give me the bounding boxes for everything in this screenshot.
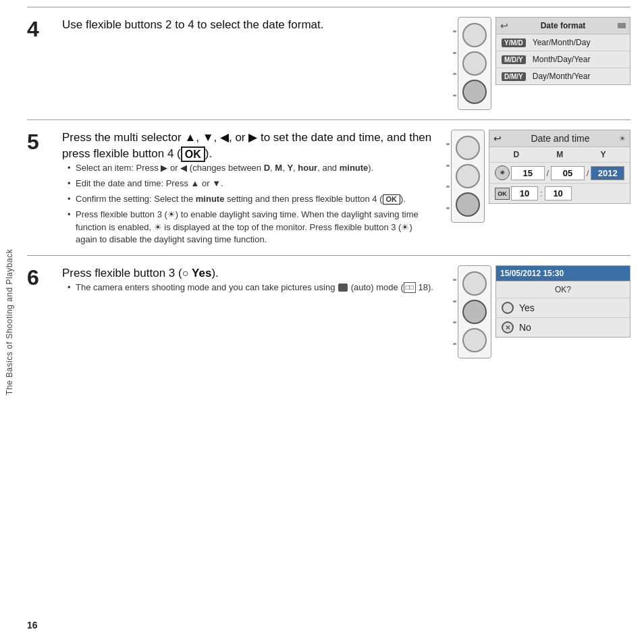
yes-circle-icon: [502, 302, 514, 314]
year-value: 2012: [591, 166, 624, 180]
datetime-title: Date and time: [531, 133, 589, 144]
main-content: 4 Use flexible buttons 2 to 4 to select …: [27, 7, 630, 617]
cam-round-btn-5-2: [456, 164, 480, 188]
bullet-5-1: Select an item: Press ▶ or ◀ (changes be…: [68, 162, 435, 174]
section-4: 4 Use flexible buttons 2 to 4 to select …: [27, 7, 630, 119]
cam-side-lines-6: [453, 265, 456, 358]
tag-mdy: M/D/Y: [502, 55, 526, 64]
ok-box-5: OK: [181, 146, 205, 162]
cam-round-btn-6-3: [462, 328, 487, 352]
date-value-row: ☀ 15 / 05 / 2012: [489, 163, 630, 184]
section-4-number: 4: [27, 18, 51, 40]
date-option-mdy: M/D/Y Month/Day/Year: [496, 51, 630, 68]
confirm-screen: 15/05/2012 15:30 OK? Yes ✕ No: [495, 265, 630, 338]
section-5-title: Press the multi selector ▲, ▼, ◀, or ▶ t…: [62, 130, 435, 162]
bullet-list-5: Select an item: Press ▶ or ◀ (changes be…: [62, 162, 435, 246]
tag-ymd: Y/M/D: [502, 38, 526, 47]
screen-header-4: ↩ Date format: [496, 18, 630, 34]
camera-device-5: [446, 130, 485, 223]
side-line: [453, 300, 456, 302]
month-value: 05: [551, 166, 585, 180]
cam-side-lines-4: [453, 17, 456, 110]
bullet-5-2: Edit the date and time: Press ▲ or ▼.: [68, 178, 435, 190]
date-format-title: Date format: [541, 21, 586, 30]
bullet-6-1: The camera enters shooting mode and you …: [68, 281, 442, 294]
day-value: 15: [511, 166, 545, 180]
hour-value: 10: [511, 186, 538, 200]
no-label: No: [519, 322, 531, 333]
bullet-list-6: The camera enters shooting mode and you …: [62, 281, 442, 294]
side-line: [453, 52, 456, 54]
section-5-right: ↩ Date and time ☀ D M Y ☀ 15 /: [446, 130, 630, 223]
label-ymd: Year/Month/Day: [533, 38, 591, 47]
side-line: [446, 207, 450, 209]
section-4-title: Use flexible buttons 2 to 4 to select th…: [62, 17, 442, 33]
cam-round-btn-5-1: [456, 136, 480, 160]
section-6-left: Press flexible button 3 (○ Yes). The cam…: [62, 265, 442, 294]
section-6: 6 Press flexible button 3 (○ Yes). The c…: [27, 255, 630, 368]
m-label: M: [556, 150, 563, 159]
cam-side-lines-5: [446, 130, 450, 223]
section-5-left: Press the multi selector ▲, ▼, ◀, or ▶ t…: [62, 130, 435, 246]
cam-round-btn-3: [462, 80, 487, 104]
side-line: [453, 321, 456, 323]
dst-button-left[interactable]: ☀: [495, 165, 510, 180]
ref-box: □□: [404, 282, 416, 293]
cam-round-btn-1: [462, 23, 487, 47]
section-6-right: 15/05/2012 15:30 OK? Yes ✕ No: [453, 265, 630, 358]
section-4-left: Use flexible buttons 2 to 4 to select th…: [62, 17, 442, 33]
d-label: D: [514, 150, 520, 159]
date-option-ymd: Y/M/D Year/Month/Day: [496, 34, 630, 51]
label-dmy: Day/Month/Year: [533, 72, 591, 81]
mini-icon: [618, 23, 626, 28]
back-arrow-icon: ↩: [500, 20, 508, 31]
sidebar: The Basics of Shooting and Playback: [0, 0, 19, 644]
confirm-no-option: ✕ No: [496, 318, 630, 337]
cam-buttons-col-5: [451, 130, 485, 223]
dmy-labels-row: D M Y: [489, 147, 630, 163]
confirm-header: 15/05/2012 15:30: [496, 266, 630, 281]
section-6-row: Press flexible button 3 (○ Yes). The cam…: [62, 265, 630, 358]
y-label: Y: [600, 150, 606, 159]
cam-buttons-col-6: [458, 265, 491, 358]
section-5-row: Press the multi selector ▲, ▼, ◀, or ▶ t…: [62, 130, 630, 246]
ok-box-5b: OK: [383, 194, 401, 205]
sidebar-text: The Basics of Shooting and Playback: [5, 249, 14, 395]
camera-device-6: [453, 265, 491, 358]
side-line: [453, 279, 456, 281]
tag-dmy: D/M/Y: [502, 72, 526, 81]
colon: :: [539, 188, 543, 198]
section-4-row: Use flexible buttons 2 to 4 to select th…: [62, 17, 630, 110]
section-4-right: ↩ Date format Y/M/D Year/Month/Day M/D/Y…: [453, 17, 630, 110]
no-x-icon: ✕: [502, 321, 514, 333]
dt-header: ↩ Date and time ☀: [489, 130, 630, 147]
bullet-5-4: Press flexible button 3 (☀) to enable da…: [68, 209, 435, 246]
date-format-screen: ↩ Date format Y/M/D Year/Month/Day M/D/Y…: [495, 17, 630, 85]
section-6-title: Press flexible button 3 (○ Yes).: [62, 265, 442, 281]
camera-inline-icon: [338, 284, 348, 292]
slash-2: /: [586, 168, 590, 178]
side-line: [453, 30, 456, 32]
page-number: 16: [27, 620, 38, 630]
confirm-yes-option: Yes: [496, 298, 630, 318]
cam-round-btn-6-1: [462, 271, 487, 296]
side-line: [446, 165, 450, 167]
side-line: [453, 95, 456, 97]
side-line: [446, 186, 450, 188]
confirm-date-display: 15/05/2012 15:30: [500, 269, 564, 278]
side-line: [446, 143, 450, 145]
minute-value: 10: [545, 186, 572, 200]
slash-1: /: [546, 168, 550, 178]
dt-back-icon: ↩: [493, 133, 502, 144]
section-5-number: 5: [27, 131, 51, 153]
dst-icon: ☀: [619, 134, 626, 143]
side-line: [453, 343, 456, 345]
section-6-number: 6: [27, 267, 51, 288]
datetime-screen: ↩ Date and time ☀ D M Y ☀ 15 /: [489, 130, 630, 204]
cam-round-btn-6-2: [462, 300, 487, 324]
time-value-row: OK 10 : 10: [489, 184, 630, 203]
label-mdy: Month/Day/Year: [533, 55, 591, 64]
bullet-5-3: Confirm the setting: Select the minute s…: [68, 193, 435, 205]
ok-button[interactable]: OK: [495, 188, 510, 200]
side-line: [453, 73, 456, 75]
